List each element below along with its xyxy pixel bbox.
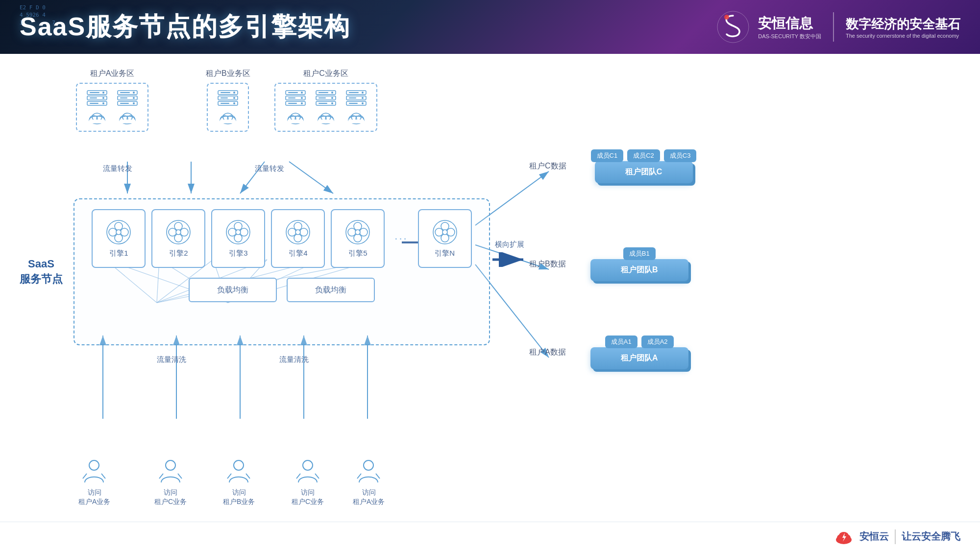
member-c1: 成员C1 [591,149,624,162]
engine-dots: ··· [391,232,412,245]
tenant-zone-b: 租户B业务区 [206,69,250,132]
svg-point-146 [441,234,449,242]
svg-point-149 [442,230,447,235]
svg-point-129 [228,228,236,236]
tenant-zone-a: 租户A业务区 [76,69,148,132]
cloud-icon-b1 [218,111,238,125]
svg-point-103 [362,92,364,94]
user-item-5: 访问租户A业务 [353,458,385,507]
svg-point-142 [360,228,368,236]
user-label-1: 访问租户A业务 [78,488,110,507]
svg-point-155 [166,460,175,470]
header-matrix: E2 F D 0 4 5926 4 3 7 [20,4,55,26]
svg-point-116 [115,234,122,242]
server-unit-c2 [314,90,338,125]
user-icon-5 [355,458,382,485]
svg-point-131 [236,230,241,235]
tenant-team-b: 成员B1 租户团队B [590,247,688,281]
member-b1: 成员B1 [623,247,656,260]
members-row-c: 成员C1 成员C2 成员C3 [591,149,697,162]
flow-clean-label-1: 流量清洗 [157,355,186,364]
user-icon-3 [225,458,252,485]
cloud-icon-a1 [87,111,107,125]
engine-icon-4 [285,219,311,245]
user-label-2: 访问租户C业务 [154,488,187,507]
svg-rect-52 [120,103,129,104]
flow-label-2: 流量转发 [255,164,284,173]
members-row-b: 成员B1 [623,247,656,260]
engine-label-3: 引擎3 [229,249,247,258]
svg-point-61 [233,92,235,94]
member-a2: 成员A2 [641,335,674,348]
svg-line-153 [83,474,87,479]
user-icon-1 [81,458,108,485]
expand-arrow-svg [490,252,529,267]
svg-point-119 [116,230,121,235]
svg-point-35 [102,102,104,104]
svg-point-128 [234,234,242,242]
engine-icon-3 [225,219,251,245]
team-c-stack: 租户团队C [595,161,693,183]
server-icon-a1 [85,90,109,109]
tenant-a-box [76,83,148,132]
svg-point-148 [447,228,455,236]
svg-rect-50 [120,92,130,93]
svg-rect-71 [220,120,236,123]
svg-point-76 [301,97,303,99]
footer-tagline: 让云安全腾飞 [902,530,960,543]
svg-point-105 [362,102,364,104]
tenant-b-box [207,83,249,132]
svg-rect-51 [120,97,127,98]
tenant-team-a: 成员A1 成员A2 租户团队A [590,335,688,369]
member-c3: 成员C3 [664,149,697,162]
svg-line-166 [376,474,380,479]
tenant-b-label: 租户B业务区 [206,69,250,79]
svg-rect-79 [288,97,295,98]
server-icon-a2 [115,90,140,109]
server-icon-c3 [344,90,368,109]
engine-icon-5 [345,219,370,245]
svg-point-136 [300,228,308,236]
svg-point-122 [174,234,182,242]
svg-rect-113 [348,120,364,123]
svg-line-159 [227,474,231,479]
svg-point-143 [355,230,360,235]
engine-box-n: 引擎N [418,209,472,268]
svg-line-8 [289,162,333,193]
svg-rect-108 [349,103,358,104]
server-icon-c2 [314,90,338,109]
tenant-c-box [274,83,377,132]
engine-label-n: 引擎N [435,249,455,258]
svg-point-140 [354,234,362,242]
members-row-a: 成员A1 成员A2 [605,335,674,348]
page-title: SaaS服务节点的多引擎架构 [20,10,350,44]
engine-box-1: 引擎1 [92,209,146,268]
svg-line-160 [246,474,250,479]
team-a-stack: 租户团队A [590,347,688,369]
svg-line-162 [296,474,300,479]
user-item-1: 访问租户A业务 [78,458,110,507]
svg-rect-37 [90,97,97,98]
expand-label: 横向扩展 [495,240,524,249]
tenant-a-data-label: 租户A数据 [529,347,566,358]
engine-label-1: 引擎1 [109,249,128,258]
svg-rect-65 [220,97,228,98]
engine-box-4: 引擎4 [271,209,325,268]
header: E2 F D 0 4 5926 4 3 7 SaaS服务节点的多引擎架构 安恒信… [0,0,980,54]
svg-point-123 [169,228,176,236]
engine-icon-2 [166,219,191,245]
main-content: 租户A业务区 [0,54,980,522]
svg-point-48 [133,97,135,99]
tenant-b-data-label: 租户B数据 [529,259,566,269]
svg-rect-38 [90,103,98,104]
user-item-3: 访问租户B业务 [223,458,255,507]
svg-point-49 [133,102,135,104]
svg-point-118 [121,228,128,236]
tenant-c-label: 租户C业务区 [303,69,348,79]
logo-tagline: 数字经济的安全基石 The security cornerstone of th… [846,16,960,39]
svg-point-147 [435,228,443,236]
svg-point-121 [174,222,182,230]
tagline-en: The security cornerstone of the digital … [846,33,959,39]
server-unit-a2 [115,90,140,125]
tenant-a-label: 租户A业务区 [90,69,135,79]
